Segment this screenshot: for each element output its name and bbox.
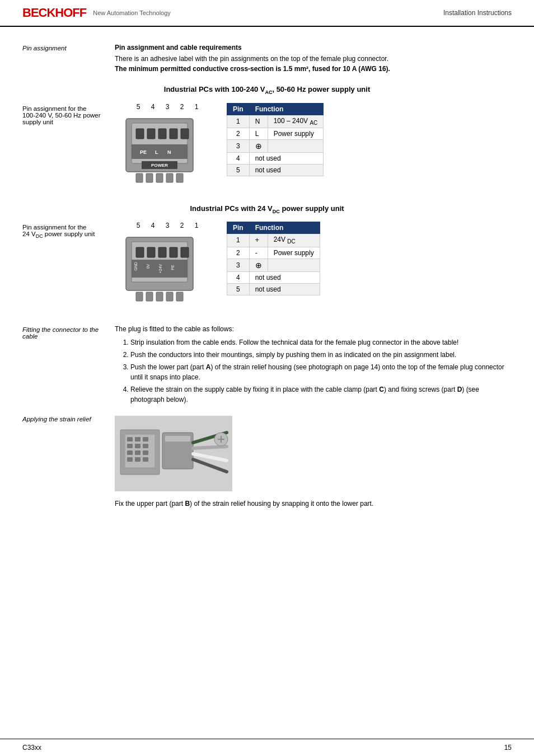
dc-section-heading: Industrial PCs with 24 VDC power supply … <box>22 204 512 214</box>
intro-title: Pin assignment and cable requirements <box>115 44 512 51</box>
intro-right-content: Pin assignment and cable requirements Th… <box>115 44 512 74</box>
strain-label: Applying the strain relief <box>22 416 115 509</box>
svg-rect-24 <box>181 247 189 257</box>
svg-rect-3 <box>147 129 155 139</box>
pin-3-num: 3 <box>227 139 250 152</box>
fitting-intro-text: The plug is fitted to the cable as follo… <box>115 325 512 333</box>
ac-connector-image: PE L N POWER <box>115 113 216 187</box>
page-header: BECKHOFF New Automation Technology Insta… <box>0 0 534 27</box>
ac-pin-diagram-area: 5 4 3 2 1 <box>115 103 216 187</box>
intro-section: Pin assignment Pin assignment and cable … <box>22 44 512 74</box>
pin-5-num: 5 <box>227 164 250 176</box>
footer-page-number: 15 <box>504 744 512 752</box>
fitting-section: Fitting the connector to the cable The p… <box>22 325 512 407</box>
fitting-steps-list: Strip insulation from the cable ends. Fo… <box>115 337 512 405</box>
dc-pin-3-desc <box>268 259 320 271</box>
svg-rect-23 <box>170 247 177 257</box>
pin-4-desc: not used <box>249 152 324 164</box>
svg-rect-33 <box>166 292 173 301</box>
svg-rect-46 <box>143 450 148 455</box>
intro-body-bold: The minimum permitted conductive cross-s… <box>115 65 390 73</box>
ac-right-content: 5 4 3 2 1 <box>115 103 512 193</box>
svg-rect-32 <box>156 292 163 301</box>
svg-rect-40 <box>143 437 148 442</box>
dc-pin-3-num: 3 <box>227 259 250 271</box>
intro-body1: There is an adhesive label with the pin … <box>115 55 388 63</box>
svg-rect-42 <box>135 444 140 448</box>
dc-pin-5-num: 5 <box>227 283 250 295</box>
svg-rect-14 <box>146 173 153 182</box>
dc-pin-5-desc: not used <box>249 283 320 295</box>
pin-1-num: 1 <box>227 115 250 128</box>
pin-2-num: 2 <box>227 128 250 139</box>
pin-5-desc: not used <box>249 164 324 176</box>
strain-section: Applying the strain relief <box>22 416 512 509</box>
page-footer: C33xx 15 <box>0 739 534 756</box>
document-title: Installation Instructions <box>443 9 512 17</box>
pin-1-sym: N <box>249 115 268 128</box>
fitting-content: The plug is fitted to the cable as follo… <box>115 325 512 407</box>
dc-pin-diagram-area: 5 4 3 2 1 GND <box>115 222 216 306</box>
svg-rect-31 <box>146 292 153 301</box>
svg-rect-48 <box>135 457 140 462</box>
svg-rect-4 <box>158 129 166 139</box>
ac-table-header-function: Function <box>249 103 324 115</box>
svg-rect-20 <box>136 247 144 257</box>
dc-connector-image: GND 0V +24V PE <box>115 232 216 306</box>
dc-function-table: Pin Function 1 + 24V DC 2 <box>227 222 320 295</box>
strain-image <box>115 416 512 493</box>
ac-pin-diagram-table: 5 4 3 2 1 <box>115 103 512 187</box>
svg-rect-34 <box>176 292 183 301</box>
svg-text:PE: PE <box>140 149 147 155</box>
dc-heading-sub: DC <box>273 208 280 214</box>
dc-pin-4-num: 4 <box>227 271 250 283</box>
strain-fix-text: Fix the upper part (part B) of the strai… <box>115 499 512 509</box>
svg-rect-15 <box>156 173 163 182</box>
svg-rect-5 <box>170 129 177 139</box>
svg-rect-30 <box>136 292 143 301</box>
svg-text:GND: GND <box>134 262 138 271</box>
table-row: 1 + 24V DC <box>227 234 320 247</box>
table-row: 3 ⊕ <box>227 139 324 152</box>
svg-rect-13 <box>136 173 143 182</box>
svg-text:POWER: POWER <box>151 163 168 168</box>
pin-2-desc: Power supply <box>268 128 324 139</box>
table-row: 2 L Power supply <box>227 128 324 139</box>
dc-pin-3-sym: ⊕ <box>249 259 268 271</box>
svg-rect-47 <box>127 457 133 462</box>
ac-left-label: Pin assignment for the100-240 V, 50-60 H… <box>22 103 115 193</box>
dc-pin-numbers: 5 4 3 2 1 <box>115 222 216 229</box>
svg-rect-45 <box>135 450 140 455</box>
svg-text:0V: 0V <box>146 264 150 269</box>
pin-1-desc: 100 – 240V AC <box>268 115 324 128</box>
table-row: 4 not used <box>227 152 324 164</box>
svg-rect-41 <box>127 444 133 448</box>
dc-pin-2-desc: Power supply <box>268 247 320 259</box>
svg-text:+24V: +24V <box>158 264 162 274</box>
fitting-step-4: Relieve the strain on the supply cable b… <box>130 384 512 405</box>
beckhoff-logo: BECKHOFF <box>22 6 86 20</box>
intro-text: There is an adhesive label with the pin … <box>115 54 512 74</box>
pin-4-num: 4 <box>227 152 250 164</box>
svg-rect-2 <box>136 129 144 139</box>
svg-text:L: L <box>155 149 158 155</box>
dc-pin-1-desc: 24V DC <box>268 234 320 247</box>
table-row: 5 not used <box>227 164 324 176</box>
ac-section-heading: Industrial PCs with 100-240 VAC, 50-60 H… <box>22 85 512 95</box>
svg-rect-44 <box>127 450 133 455</box>
dc-table-header-pin: Pin <box>227 222 250 234</box>
dc-table-header-function: Function <box>249 222 320 234</box>
ac-heading-sub: AC <box>265 90 272 95</box>
svg-rect-38 <box>127 437 133 442</box>
dc-function-table-area: Pin Function 1 + 24V DC 2 <box>227 222 320 295</box>
svg-rect-17 <box>176 173 183 182</box>
intro-left-label: Pin assignment <box>22 44 115 74</box>
pin-2-sym: L <box>249 128 268 139</box>
ac-pin-numbers: 5 4 3 2 1 <box>115 103 216 111</box>
svg-rect-22 <box>158 247 166 257</box>
fitting-step-3: Push the lower part (part A) of the stra… <box>130 362 512 382</box>
ac-function-table: Pin Function 1 N 100 – 240V AC 2 <box>227 103 324 176</box>
svg-text:PE: PE <box>171 265 175 270</box>
logo-tagline: New Automation Technology <box>93 10 171 16</box>
fitting-step-2: Push the conductors into their mountings… <box>130 350 512 360</box>
